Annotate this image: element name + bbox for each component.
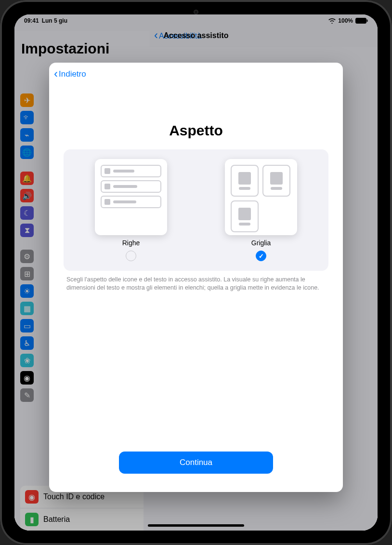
sheet-nav-bar: ‹ Indietro	[49, 63, 343, 86]
home-indicator[interactable]	[148, 524, 244, 527]
appearance-setup-sheet: ‹ Indietro Aspetto Righe	[49, 63, 343, 492]
appearance-helper-text: Scegli l'aspetto delle icone e del testo…	[64, 271, 328, 292]
option-rows-label: Righe	[122, 239, 140, 247]
option-grid-radio[interactable]	[256, 251, 266, 261]
front-camera	[194, 10, 198, 14]
sheet-back-label: Indietro	[59, 69, 86, 79]
rows-layout-preview	[95, 159, 167, 235]
chevron-left-icon: ‹	[54, 68, 58, 80]
appearance-options-panel: Righe Griglia	[64, 149, 328, 271]
option-grid-label: Griglia	[251, 239, 271, 247]
sheet-title: Aspetto	[169, 122, 223, 139]
continue-button[interactable]: Continua	[119, 452, 273, 474]
option-rows-radio[interactable]	[126, 251, 136, 261]
appearance-option-grid[interactable]: Griglia	[203, 159, 319, 261]
screen: 09:41 Lun 5 giu 100% ‹ Accessibilità	[14, 14, 378, 531]
sheet-back-button[interactable]: ‹ Indietro	[54, 69, 86, 80]
appearance-option-rows[interactable]: Righe	[73, 159, 189, 261]
ipad-device-frame: 09:41 Lun 5 giu 100% ‹ Accessibilità	[0, 0, 392, 545]
grid-layout-preview	[225, 159, 297, 235]
